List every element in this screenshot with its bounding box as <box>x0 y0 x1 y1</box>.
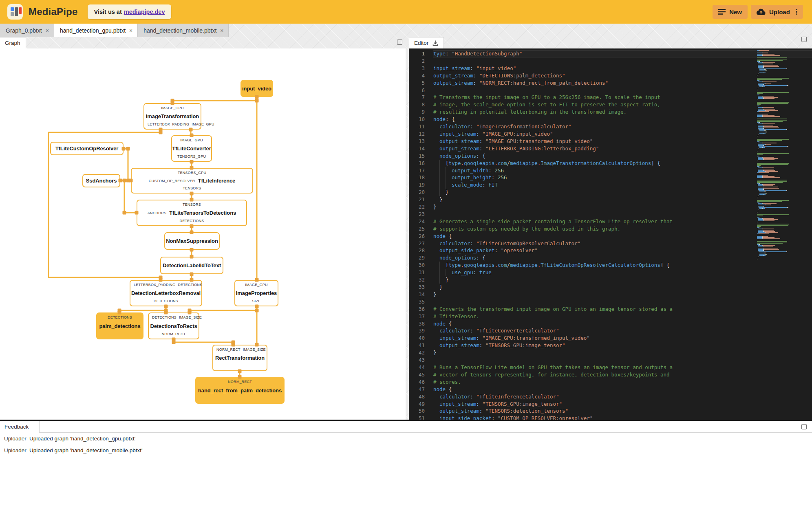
port-label: ANCHORS <box>148 211 166 215</box>
node-label: NonMaxSuppression <box>166 238 218 244</box>
editor-tab-label: Editor <box>414 40 428 46</box>
upload-button[interactable]: Upload <box>751 5 803 19</box>
node-label: TfLiteConverter <box>172 145 211 152</box>
file-tab-label: Graph_0.pbtxt <box>6 27 42 34</box>
node-label: ImageTransformation <box>146 113 199 119</box>
maximize-editor-icon[interactable] <box>801 37 807 42</box>
port-label: TENSORS <box>183 186 201 191</box>
port-label: NORM_RECT <box>162 332 186 337</box>
port-label: NORM_RECT <box>228 380 252 384</box>
feedback-source: Uploader <box>0 447 25 453</box>
file-tab-label: hand_detection_mobile.pbtxt <box>143 27 216 34</box>
tab-editor[interactable]: Editor <box>409 37 444 48</box>
upload-button-label: Upload <box>769 9 790 15</box>
port-label: IMAGE_GPU <box>245 283 267 287</box>
node-label: TfLiteInference <box>198 178 236 184</box>
node-label: TfLiteTensorsToDetections <box>169 210 236 216</box>
graph-node-ImageTransformation[interactable]: IMAGE_GPUImageTransformationLETTERBOX_PA… <box>143 103 201 130</box>
download-icon[interactable] <box>432 40 439 46</box>
graph-node-NonMaxSuppression[interactable]: NonMaxSuppression <box>164 232 220 250</box>
node-label: SsdAnchors <box>86 178 117 184</box>
graph-node-TfLiteTensorsToDetections[interactable]: TENSORSANCHORSTfLiteTensorsToDetectionsD… <box>137 200 247 226</box>
code-editor[interactable]: 1234567891011121314151617181920212223242… <box>409 48 812 420</box>
node-label: input_video <box>242 86 271 92</box>
cloud-upload-icon <box>757 9 766 15</box>
tab-close-icon[interactable]: × <box>46 28 49 33</box>
graph-node-hand_rect_from_palm_detections[interactable]: NORM_RECThand_rect_from_palm_detections <box>195 377 285 404</box>
list-icon <box>718 9 726 15</box>
new-button-label: New <box>729 9 742 15</box>
node-label: DetectionsToRects <box>150 323 197 329</box>
tab-graph[interactable]: Graph <box>0 37 26 48</box>
file-tab[interactable]: Graph_0.pbtxt× <box>0 24 54 37</box>
node-label: TfLiteCustomOpResolver <box>55 145 119 152</box>
visit-pill: Visit us at mediapipe.dev <box>88 4 172 19</box>
graph-node-SsdAnchors[interactable]: SsdAnchors <box>82 174 120 187</box>
maximize-feedback-icon[interactable] <box>801 424 807 429</box>
visit-prefix: Visit us at <box>94 9 122 15</box>
graph-node-DetectionsToRects[interactable]: DETECTIONSIMAGE_SIZEDetectionsToRectsNOR… <box>148 312 199 339</box>
port-label: LETTERBOX_PADDING <box>148 122 189 127</box>
node-label: DetectionLabelIdToText <box>163 262 221 268</box>
app-header: MediaPipe Visit us at mediapipe.dev New … <box>0 0 812 24</box>
graph-node-DetectionLabelIdToText[interactable]: DetectionLabelIdToText <box>160 257 223 274</box>
node-label: RectTransformation <box>215 355 265 361</box>
port-label: IMAGE_GPU <box>161 106 183 110</box>
more-options-icon[interactable] <box>796 9 797 15</box>
port-label: IMAGE_GPU <box>192 122 214 127</box>
feedback-panel: Feedback UploaderUploaded graph 'hand_de… <box>0 421 812 506</box>
line-numbers: 1234567891011121314151617181920212223242… <box>409 50 430 420</box>
graph-tab-label: Graph <box>5 40 20 46</box>
file-tab[interactable]: hand_detection_gpu.pbtxt× <box>54 24 138 37</box>
mediapipe-logo-icon <box>7 4 23 20</box>
port-label: IMAGE_SIZE <box>243 348 266 352</box>
port-label: IMAGE_GPU <box>180 138 203 143</box>
feedback-tab-row: Feedback <box>0 421 812 433</box>
graph-node-RectTransformation[interactable]: NORM_RECTIMAGE_SIZERectTransformation <box>212 345 267 371</box>
port-label: SIZE <box>252 299 261 304</box>
port-label: NORM_RECT <box>216 348 241 352</box>
file-tab-strip: Graph_0.pbtxt×hand_detection_gpu.pbtxt×h… <box>0 24 812 37</box>
port-label: CUSTOM_OP_RESOLVER <box>149 179 195 183</box>
graph-node-TfLiteCustomOpResolver[interactable]: TfLiteCustomOpResolver <box>50 142 124 155</box>
tab-close-icon[interactable]: × <box>220 28 223 33</box>
node-label: DetectionLetterboxRemoval <box>131 290 201 296</box>
port-label: TENSORS <box>183 202 201 207</box>
port-label: DETECTIONS <box>179 219 204 223</box>
port-label: DETECTIONS <box>152 315 177 320</box>
feedback-row: UploaderUploaded graph 'hand_detection_m… <box>0 444 812 456</box>
port-label: DETECTIONS <box>178 283 202 287</box>
feedback-message: Uploaded graph 'hand_detection_gpu.pbtxt… <box>29 436 135 442</box>
code-area[interactable]: type: "HandDetectionSubgraph"input_strea… <box>433 50 812 420</box>
port-label: IMAGE_SIZE <box>179 315 202 320</box>
node-label: palm_detections <box>99 323 140 329</box>
brand-title: MediaPipe <box>29 6 78 18</box>
port-label: TENSORS_GPU <box>177 154 206 159</box>
port-label: TENSORS_GPU <box>178 171 206 175</box>
graph-node-TfLiteConverter[interactable]: IMAGE_GPUTfLiteConverterTENSORS_GPU <box>171 135 212 162</box>
graph-node-TfLiteInference[interactable]: TENSORS_GPUCUSTOM_OP_RESOLVERTfLiteInfer… <box>131 168 253 194</box>
file-tab-label: hand_detection_gpu.pbtxt <box>60 27 126 34</box>
tab-close-icon[interactable]: × <box>129 28 132 33</box>
graph-node-DetectionLetterboxRemoval[interactable]: LETTERBOX_PADDINGDETECTIONSDetectionLett… <box>130 280 202 306</box>
mediapipe-dev-link[interactable]: mediapipe.dev <box>124 9 165 15</box>
feedback-source: Uploader <box>0 436 25 442</box>
tab-feedback[interactable]: Feedback <box>0 421 40 433</box>
feedback-tab-label: Feedback <box>4 424 29 430</box>
node-label: hand_rect_from_palm_detections <box>198 387 282 394</box>
feedback-row: UploaderUploaded graph 'hand_detection_g… <box>0 433 812 444</box>
minimap[interactable] <box>757 50 794 261</box>
graph-canvas[interactable]: input_videoIMAGE_GPUImageTransformationL… <box>0 48 406 420</box>
port-label: LETTERBOX_PADDING <box>134 283 175 287</box>
file-tab[interactable]: hand_detection_mobile.pbtxt× <box>138 24 229 37</box>
node-label: ImageProperties <box>236 290 277 296</box>
feedback-message: Uploaded graph 'hand_detection_mobile.pb… <box>29 447 143 453</box>
port-label: DETECTIONS <box>154 299 178 304</box>
graph-node-input_video[interactable]: input_video <box>241 80 273 97</box>
new-button[interactable]: New <box>713 5 748 19</box>
maximize-graph-icon[interactable] <box>397 40 402 45</box>
graph-node-palm_detections[interactable]: DETECTIONSpalm_detections <box>96 312 143 339</box>
port-label: DETECTIONS <box>108 315 132 320</box>
graph-node-ImageProperties[interactable]: IMAGE_GPUImagePropertiesSIZE <box>234 280 278 306</box>
